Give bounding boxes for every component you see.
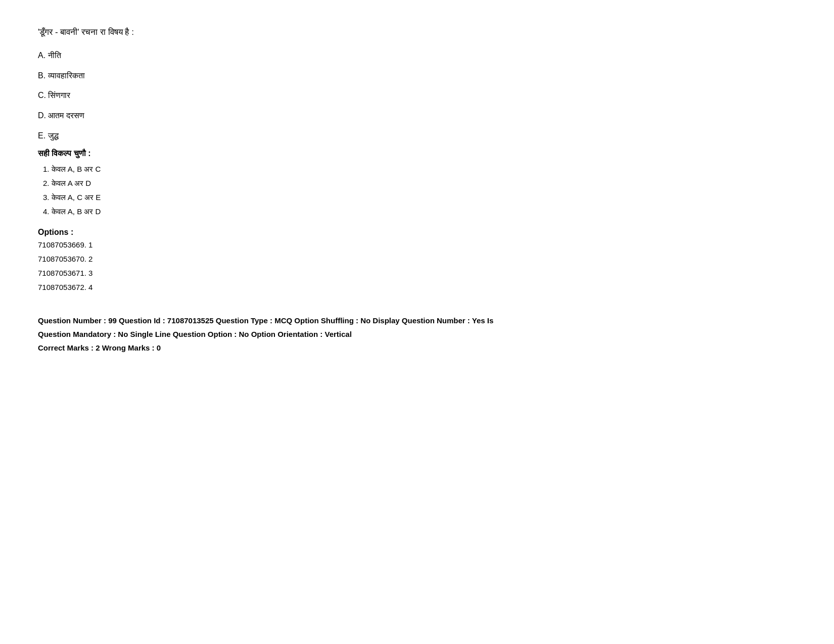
options-section-label: Options :: [38, 228, 796, 237]
option-d-text: आतम दरसण: [48, 111, 84, 120]
option-b: B. व्यावहारिकता: [38, 69, 796, 82]
option-code-2-value: 2: [88, 255, 92, 263]
option-code-1-value: 1: [88, 240, 92, 249]
metadata-line-3: Correct Marks : 2 Wrong Marks : 0: [38, 341, 796, 355]
option-code-2: 71087053670. 2: [38, 253, 796, 265]
option-b-label: B.: [38, 71, 48, 80]
option-d-label: D.: [38, 111, 48, 120]
option-code-2-code: 71087053670.: [38, 255, 86, 263]
option-e-label: E.: [38, 131, 48, 140]
option-a: A. नीति: [38, 49, 796, 62]
question-container: 'डूँगर - बावनी' रचना रा विषय है : A. नीत…: [38, 25, 796, 355]
option-e-text: जुद्ध: [48, 131, 59, 140]
choice-2-text: केवल A अर D: [52, 179, 91, 187]
choice-2-num: 2.: [43, 179, 52, 187]
select-prompt: सही विकल्प चुणौ :: [38, 149, 796, 158]
choice-4-num: 4.: [43, 207, 52, 216]
option-code-1-code: 71087053669.: [38, 240, 86, 249]
metadata-section: Question Number : 99 Question Id : 71087…: [38, 309, 796, 355]
option-code-4-code: 71087053672.: [38, 283, 86, 291]
option-e: E. जुद्ध: [38, 129, 796, 142]
options-list: A. नीति B. व्यावहारिकता C. सिंणगार D. आत…: [38, 49, 796, 142]
choice-1-num: 1.: [43, 165, 52, 173]
option-code-3-code: 71087053671.: [38, 269, 86, 277]
option-b-text: व्यावहारिकता: [48, 71, 85, 80]
option-code-4-value: 4: [88, 283, 92, 291]
option-c-text: सिंणगार: [48, 91, 70, 100]
choice-4: 4. केवल A, B अर D: [38, 206, 796, 218]
metadata-line-2: Question Mandatory : No Single Line Ques…: [38, 327, 796, 341]
option-code-3-value: 3: [88, 269, 92, 277]
option-d: D. आतम दरसण: [38, 109, 796, 122]
choices-list: 1. केवल A, B अर C 2. केवल A अर D 3. केवल…: [38, 163, 796, 218]
option-c: C. सिंणगार: [38, 89, 796, 102]
choice-3-num: 3.: [43, 193, 52, 202]
option-a-text: नीति: [48, 51, 61, 60]
choice-3-text: केवल A, C अर E: [52, 193, 101, 202]
option-a-label: A.: [38, 51, 48, 60]
choice-3: 3. केवल A, C अर E: [38, 191, 796, 204]
metadata-line-1: Question Number : 99 Question Id : 71087…: [38, 314, 796, 327]
choice-1-text: केवल A, B अर C: [52, 165, 101, 173]
question-text: 'डूँगर - बावनी' रचना रा विषय है :: [38, 25, 796, 39]
choice-2: 2. केवल A अर D: [38, 177, 796, 189]
options-section: Options : 71087053669. 1 71087053670. 2 …: [38, 228, 796, 293]
option-code-4: 71087053672. 4: [38, 281, 796, 293]
option-code-3: 71087053671. 3: [38, 267, 796, 279]
option-code-1: 71087053669. 1: [38, 239, 796, 251]
option-c-label: C.: [38, 91, 48, 100]
choice-4-text: केवल A, B अर D: [52, 207, 101, 216]
choice-1: 1. केवल A, B अर C: [38, 163, 796, 175]
